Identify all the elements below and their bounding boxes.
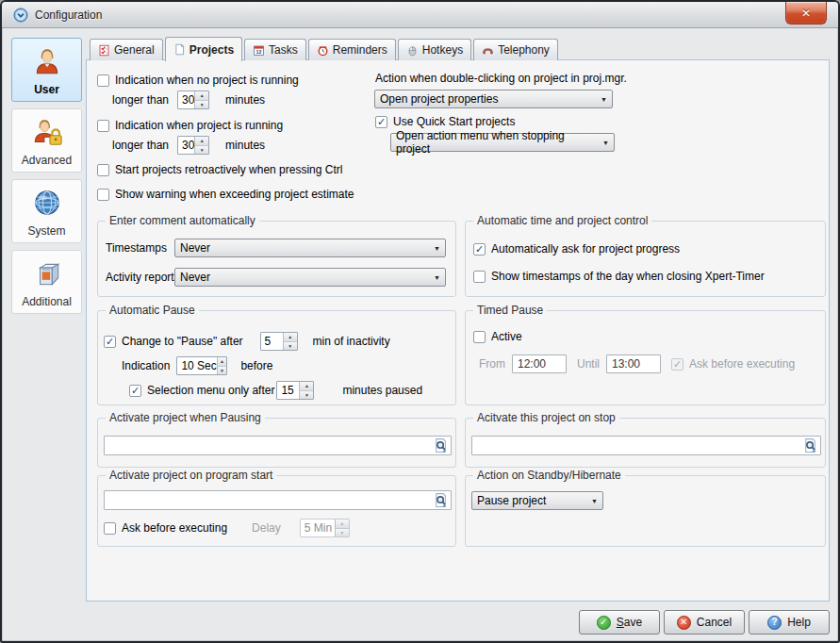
stop-action-select[interactable]: Open action menu when stopping project ▼ bbox=[390, 133, 615, 152]
window-title: Configuration bbox=[35, 8, 102, 22]
tab-label: Telephony bbox=[498, 43, 550, 57]
globe-icon bbox=[31, 185, 63, 223]
start-retroactively-label: Start projects retroactively when pressi… bbox=[115, 163, 342, 176]
spin-down-icon[interactable]: ▼ bbox=[336, 529, 349, 537]
tab-telephony[interactable]: Telephony bbox=[473, 39, 558, 60]
timed-pause-group: Timed Pause Active From Until Ask before… bbox=[465, 310, 826, 405]
before-label: before bbox=[240, 359, 272, 372]
warn-estimate-checkbox[interactable] bbox=[97, 189, 109, 201]
longer-than-label: longer than bbox=[112, 93, 169, 107]
spin-down-icon[interactable]: ▼ bbox=[195, 101, 208, 109]
dblclick-action-label: Action when double-clicking on project i… bbox=[375, 72, 627, 85]
chevron-down-icon: ▼ bbox=[434, 274, 440, 281]
selection-menu-checkbox[interactable] bbox=[129, 385, 141, 397]
until-time-input[interactable] bbox=[606, 354, 661, 373]
spin-up-icon[interactable]: ▲ bbox=[336, 519, 349, 529]
spin-down-icon[interactable]: ▼ bbox=[218, 367, 227, 375]
project-picker-icon[interactable] bbox=[433, 492, 449, 508]
no-project-minutes-spinner[interactable]: 30 ▲▼ bbox=[177, 91, 209, 109]
sidebar-item-system[interactable]: System bbox=[11, 179, 82, 243]
save-label: Save bbox=[617, 616, 642, 629]
close-button[interactable]: ✕ bbox=[785, 2, 827, 25]
cancel-icon: ✕ bbox=[677, 616, 691, 630]
sidebar-item-user[interactable]: User bbox=[11, 38, 82, 102]
configuration-window: Configuration ✕ User Advanced System Add… bbox=[0, 0, 840, 643]
activity-report-select[interactable]: Never▼ bbox=[174, 268, 446, 287]
save-icon: ✓ bbox=[597, 616, 611, 630]
group-title: Action on Standby/Hibernate bbox=[473, 469, 625, 482]
spin-up-icon[interactable]: ▲ bbox=[195, 91, 208, 101]
from-label: From bbox=[479, 357, 505, 371]
start-retroactively-row: Start projects retroactively when pressi… bbox=[97, 163, 342, 176]
project-running-duration-row: longer than 30 ▲▼ minutes bbox=[112, 136, 265, 155]
tab-reminders[interactable]: Reminders bbox=[308, 39, 396, 60]
ask-before-executing-label: Ask before executing bbox=[122, 521, 227, 535]
start-retroactively-checkbox[interactable] bbox=[97, 164, 109, 176]
cancel-label: Cancel bbox=[697, 616, 732, 629]
activate-start-input[interactable] bbox=[104, 490, 452, 510]
group-title: Activate project on program start bbox=[106, 469, 276, 482]
ask-before-executing-label: Ask before executing bbox=[689, 357, 795, 371]
tab-projects[interactable]: Projects bbox=[165, 37, 242, 61]
timestamps-row: Timestamps Never▼ bbox=[106, 239, 446, 257]
chevron-down-icon: ▼ bbox=[434, 245, 440, 252]
spinner-arrows: ▲▼ bbox=[283, 333, 297, 350]
chevron-down-icon: ▼ bbox=[601, 96, 607, 103]
close-icon: ✕ bbox=[801, 7, 811, 20]
auto-control-group: Automatic time and project control Autom… bbox=[465, 221, 826, 297]
until-label: Until bbox=[577, 357, 600, 371]
ask-before-executing-checkbox[interactable] bbox=[104, 522, 116, 535]
cancel-button[interactable]: ✕ Cancel bbox=[664, 610, 745, 635]
dblclick-action-select[interactable]: Open project properties ▼ bbox=[374, 90, 613, 108]
save-button[interactable]: ✓ Save bbox=[579, 610, 660, 635]
tasks-tab-icon: 12 bbox=[253, 44, 265, 57]
spin-up-icon[interactable]: ▲ bbox=[300, 382, 313, 391]
tab-general[interactable]: General bbox=[90, 39, 163, 60]
indication-no-project-checkbox[interactable] bbox=[97, 74, 109, 87]
from-time-input[interactable] bbox=[512, 354, 567, 373]
indication-spinner[interactable]: 10 Sec ▲▼ bbox=[176, 356, 227, 375]
tab-hotkeys[interactable]: Hotkeys bbox=[398, 39, 471, 60]
spin-up-icon[interactable]: ▲ bbox=[284, 333, 297, 342]
paused-minutes-spinner[interactable]: 15 ▲▼ bbox=[276, 381, 314, 400]
standby-action-select[interactable]: Pause project ▼ bbox=[471, 491, 603, 510]
change-to-pause-checkbox[interactable] bbox=[104, 336, 116, 348]
ask-before-executing-checkbox[interactable] bbox=[671, 358, 684, 371]
timestamps-select[interactable]: Never▼ bbox=[174, 239, 446, 257]
spin-down-icon[interactable]: ▼ bbox=[284, 342, 297, 351]
paused-minutes-label: minutes paused bbox=[342, 384, 422, 397]
activate-stop-input[interactable] bbox=[471, 436, 821, 455]
spin-up-icon[interactable]: ▲ bbox=[195, 137, 208, 146]
project-picker-icon[interactable] bbox=[433, 437, 449, 453]
delay-spinner[interactable]: 5 Min ▲▼ bbox=[300, 519, 350, 537]
help-button[interactable]: ? Help bbox=[749, 610, 830, 635]
show-timestamps-checkbox[interactable] bbox=[473, 271, 486, 283]
ask-progress-label: Automatically ask for project progress bbox=[491, 242, 680, 256]
timed-pause-active-label: Active bbox=[491, 330, 522, 343]
inactivity-spinner[interactable]: 5 ▲▼ bbox=[260, 332, 298, 351]
activate-pausing-input[interactable] bbox=[104, 436, 452, 455]
sidebar-item-label: System bbox=[27, 224, 65, 238]
group-title: Acitvate this project on stop bbox=[473, 411, 619, 424]
projects-tab-page: Indication when no project is running lo… bbox=[86, 59, 830, 602]
indication-project-running-checkbox[interactable] bbox=[97, 120, 109, 132]
indication-no-project-row: Indication when no project is running bbox=[97, 74, 299, 87]
quick-start-checkbox[interactable] bbox=[375, 116, 387, 128]
project-running-minutes-spinner[interactable]: 30 ▲▼ bbox=[177, 136, 209, 155]
software-box-icon bbox=[31, 256, 63, 293]
timed-pause-active-checkbox[interactable] bbox=[473, 331, 486, 343]
project-picker-icon[interactable] bbox=[802, 437, 818, 453]
spinner-arrows: ▲▼ bbox=[194, 91, 208, 108]
tab-tasks[interactable]: 12 Tasks bbox=[244, 39, 306, 60]
spin-up-icon[interactable]: ▲ bbox=[218, 357, 227, 367]
spin-down-icon[interactable]: ▼ bbox=[195, 146, 208, 155]
minutes-label: minutes bbox=[225, 93, 265, 107]
sidebar-item-additional[interactable]: Additional bbox=[11, 250, 82, 314]
indication-project-running-label: Indication when project is running bbox=[115, 119, 283, 132]
sidebar-item-advanced[interactable]: Advanced bbox=[11, 108, 82, 173]
spin-down-icon[interactable]: ▼ bbox=[300, 391, 313, 400]
warn-estimate-row: Show warning when exceeding project esti… bbox=[97, 188, 354, 201]
svg-text:12: 12 bbox=[256, 48, 262, 54]
ask-progress-checkbox[interactable] bbox=[473, 243, 486, 256]
enter-comment-group: Enter comment automatically Timestamps N… bbox=[97, 221, 456, 297]
